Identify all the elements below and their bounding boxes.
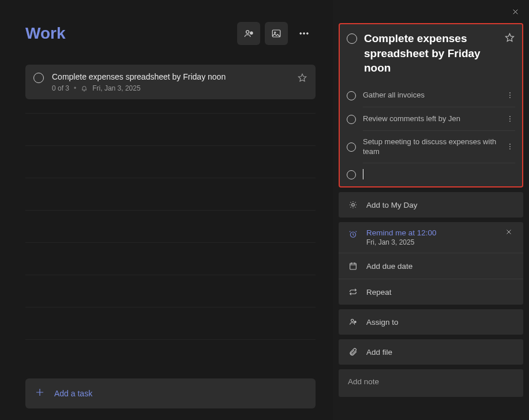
step-text[interactable]: Review comments left by Jen	[363, 114, 498, 124]
step-text[interactable]: Setup meeting to discuss expenses with t…	[363, 137, 498, 157]
task-progress: 0 of 3	[52, 84, 69, 92]
add-file-button[interactable]: Add file	[339, 339, 523, 365]
step-more-button[interactable]	[505, 142, 515, 151]
add-file-label: Add file	[366, 348, 514, 357]
add-to-my-day-label: Add to My Day	[366, 201, 514, 209]
clear-reminder-button[interactable]	[504, 228, 514, 235]
list-title: Work	[25, 24, 66, 43]
person-assign-icon	[348, 317, 358, 327]
main-list-panel: Work Complete expenses spreadsheet by Fr…	[0, 0, 333, 420]
step-complete-radio[interactable]	[347, 142, 356, 152]
step-row[interactable]: Setup meeting to discuss expenses with t…	[347, 131, 515, 163]
task-body: Complete expenses spreadsheet by Friday …	[52, 72, 289, 92]
task-detail-highlight: Complete expenses spreadsheet by Friday …	[339, 23, 523, 187]
svg-point-12	[509, 121, 511, 122]
steps-list: Gather all invoices Review comments left…	[347, 84, 515, 179]
reminder-label: Remind me at 12:00	[366, 228, 496, 237]
sun-icon	[348, 200, 358, 209]
svg-point-19	[351, 319, 354, 321]
reminder-date: Fri, Jan 3, 2025	[366, 238, 496, 246]
add-task-input[interactable]: Add a task	[25, 378, 316, 408]
meta-separator: •	[74, 84, 76, 92]
view-options-button[interactable]	[265, 22, 288, 45]
plus-icon	[35, 387, 45, 400]
svg-point-8	[509, 95, 511, 96]
star-icon	[504, 32, 515, 43]
svg-point-16	[352, 204, 355, 207]
add-task-placeholder: Add a task	[54, 389, 92, 398]
repeat-label: Repeat	[366, 288, 514, 297]
close-icon	[512, 8, 519, 16]
more-vertical-icon	[506, 115, 514, 123]
more-vertical-icon	[506, 142, 514, 151]
svg-point-7	[509, 92, 511, 93]
svg-point-6	[306, 33, 308, 35]
share-button[interactable]	[237, 22, 260, 45]
svg-point-10	[509, 116, 511, 117]
detail-title-row: Complete expenses spreadsheet by Friday …	[347, 31, 515, 76]
detail-title[interactable]: Complete expenses spreadsheet by Friday …	[364, 31, 497, 76]
empty-task-rows	[25, 113, 316, 372]
add-to-my-day-button[interactable]: Add to My Day	[339, 192, 523, 217]
task-star-button[interactable]	[297, 73, 307, 85]
step-more-button[interactable]	[505, 115, 515, 123]
step-row[interactable]: Review comments left by Jen	[347, 107, 515, 130]
list-actions	[237, 22, 316, 45]
person-add-icon	[243, 28, 254, 39]
svg-point-13	[509, 144, 511, 145]
assign-to-button[interactable]: Assign to	[339, 309, 523, 335]
task-title: Complete expenses spreadsheet by Friday …	[52, 72, 289, 82]
svg-point-4	[300, 33, 302, 35]
more-horizontal-icon	[298, 28, 310, 39]
text-cursor	[363, 169, 363, 179]
new-step-radio[interactable]	[347, 170, 356, 179]
task-complete-radio[interactable]	[33, 73, 44, 83]
list-header: Work	[25, 22, 316, 45]
detail-star-button[interactable]	[504, 32, 515, 46]
bell-icon	[81, 85, 88, 92]
note-placeholder: Add note	[348, 377, 379, 386]
star-icon	[297, 73, 307, 83]
detail-complete-radio[interactable]	[347, 33, 357, 44]
svg-point-14	[509, 147, 511, 148]
step-row[interactable]: Gather all invoices	[347, 84, 515, 107]
paperclip-icon	[348, 347, 358, 357]
new-step-input[interactable]	[347, 163, 515, 179]
step-complete-radio[interactable]	[347, 91, 356, 100]
task-meta: 0 of 3 • Fri, Jan 3, 2025	[52, 84, 289, 92]
svg-point-3	[275, 32, 276, 33]
more-options-button[interactable]	[292, 22, 316, 45]
svg-rect-18	[350, 263, 357, 269]
calendar-icon	[348, 261, 358, 271]
svg-point-11	[509, 118, 511, 119]
task-detail-panel: Complete expenses spreadsheet by Friday …	[333, 0, 529, 420]
image-icon	[271, 28, 282, 39]
step-text[interactable]: Gather all invoices	[363, 90, 498, 100]
task-reminder-date: Fri, Jan 3, 2025	[92, 84, 140, 92]
repeat-button[interactable]: Repeat	[339, 279, 523, 305]
reminder-row[interactable]: Remind me at 12:00 Fri, Jan 3, 2025	[339, 222, 523, 253]
svg-point-15	[509, 149, 511, 150]
note-input[interactable]: Add note	[339, 369, 523, 397]
add-due-date-label: Add due date	[366, 262, 514, 271]
svg-point-5	[303, 33, 305, 35]
repeat-icon	[348, 287, 358, 297]
task-card[interactable]: Complete expenses spreadsheet by Friday …	[25, 65, 316, 99]
svg-point-9	[509, 97, 511, 98]
add-due-date-button[interactable]: Add due date	[339, 253, 523, 279]
svg-point-0	[246, 30, 249, 33]
close-icon	[505, 228, 512, 235]
close-detail-button[interactable]	[507, 3, 523, 20]
step-complete-radio[interactable]	[347, 115, 356, 124]
step-more-button[interactable]	[505, 91, 515, 99]
alarm-icon	[348, 230, 358, 239]
assign-to-label: Assign to	[366, 318, 514, 327]
more-vertical-icon	[506, 91, 514, 99]
